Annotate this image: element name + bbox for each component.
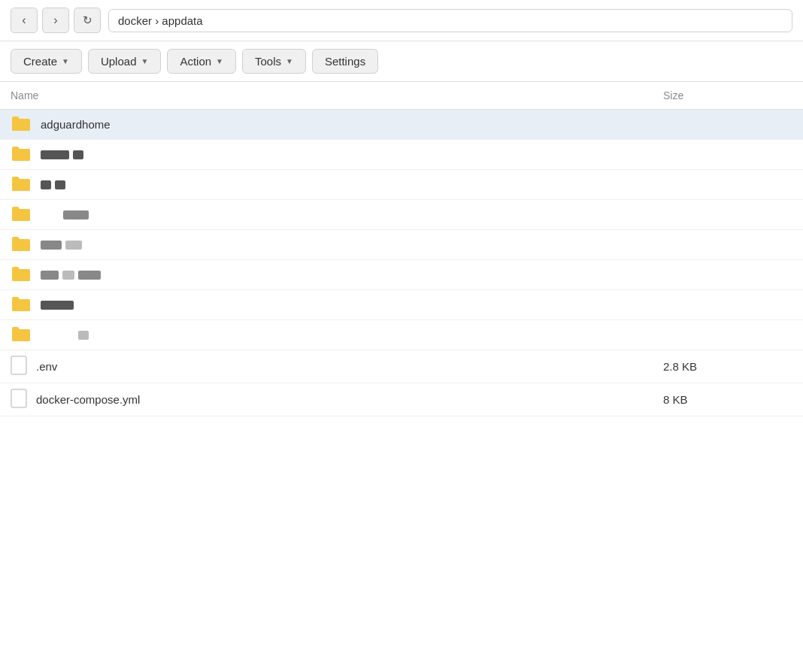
upload-dropdown-icon: ▼ [141, 57, 148, 65]
table-row[interactable] [0, 260, 803, 290]
file-size-cell [653, 290, 803, 320]
svg-rect-1 [11, 389, 26, 407]
file-name [41, 301, 74, 310]
file-name [41, 210, 89, 219]
table-row[interactable] [0, 320, 803, 350]
refresh-button[interactable]: ↻ [74, 8, 101, 33]
file-size-cell [653, 110, 803, 140]
file-table: Name Size adguardhome [0, 82, 803, 416]
folder-icon [11, 205, 32, 224]
file-name [41, 241, 82, 250]
file-size-cell [653, 230, 803, 260]
table-row[interactable]: .env2.8 KB [0, 350, 803, 383]
toolbar: Create ▼ Upload ▼ Action ▼ Tools ▼ Setti… [0, 41, 803, 82]
upload-label: Upload [101, 55, 137, 68]
folder-icon [11, 115, 32, 134]
folder-icon [11, 235, 32, 254]
file-icon [11, 356, 27, 377]
col-size-header: Size [653, 82, 803, 110]
tools-dropdown-icon: ▼ [286, 57, 293, 65]
table-header-row: Name Size [0, 82, 803, 110]
file-size-cell [653, 140, 803, 170]
file-size-cell [653, 320, 803, 350]
table-row[interactable] [0, 170, 803, 200]
file-size-cell: 8 KB [653, 383, 803, 416]
create-label: Create [23, 55, 57, 68]
file-name-cell: docker-compose.yml [0, 383, 653, 416]
file-name-cell [0, 290, 653, 320]
file-name-cell: .env [0, 350, 653, 383]
file-size-cell: 2.8 KB [653, 350, 803, 383]
table-row[interactable]: docker-compose.yml8 KB [0, 383, 803, 416]
table-row[interactable] [0, 200, 803, 230]
create-dropdown-icon: ▼ [62, 57, 69, 65]
action-dropdown-icon: ▼ [216, 57, 223, 65]
top-nav-bar: ‹ › ↻ docker › appdata [0, 0, 803, 41]
back-button[interactable]: ‹ [11, 8, 38, 33]
col-name-header: Name [0, 82, 653, 110]
file-name-cell: adguardhome [0, 110, 653, 140]
back-icon: ‹ [22, 14, 26, 27]
file-name-cell [0, 320, 653, 350]
forward-button[interactable]: › [42, 8, 69, 33]
file-size-cell [653, 260, 803, 290]
svg-rect-0 [11, 356, 26, 374]
file-name-cell [0, 200, 653, 230]
file-size-cell [653, 200, 803, 230]
file-name-cell [0, 140, 653, 170]
file-name [41, 180, 65, 189]
file-name: docker-compose.yml [36, 393, 140, 406]
file-name-cell [0, 170, 653, 200]
folder-icon [11, 175, 32, 194]
tools-label: Tools [255, 55, 281, 68]
refresh-icon: ↻ [83, 14, 92, 27]
file-size-cell [653, 170, 803, 200]
upload-button[interactable]: Upload ▼ [88, 49, 161, 74]
folder-icon [11, 265, 32, 284]
folder-icon [11, 145, 32, 164]
file-name: .env [36, 360, 57, 373]
file-name-cell [0, 230, 653, 260]
action-button[interactable]: Action ▼ [167, 49, 236, 74]
settings-label: Settings [325, 55, 365, 68]
file-name: adguardhome [41, 118, 111, 131]
action-label: Action [180, 55, 211, 68]
forward-icon: › [53, 14, 57, 27]
folder-icon [11, 295, 32, 314]
file-name [41, 271, 101, 280]
file-icon [11, 389, 27, 410]
path-bar[interactable]: docker › appdata [108, 9, 792, 32]
table-row[interactable] [0, 230, 803, 260]
create-button[interactable]: Create ▼ [11, 49, 82, 74]
file-name-cell [0, 260, 653, 290]
table-row[interactable] [0, 140, 803, 170]
tools-button[interactable]: Tools ▼ [242, 49, 306, 74]
settings-button[interactable]: Settings [312, 49, 378, 74]
table-row[interactable]: adguardhome [0, 110, 803, 140]
file-name [41, 150, 83, 159]
table-row[interactable] [0, 290, 803, 320]
file-name [41, 331, 89, 340]
folder-icon [11, 325, 32, 344]
